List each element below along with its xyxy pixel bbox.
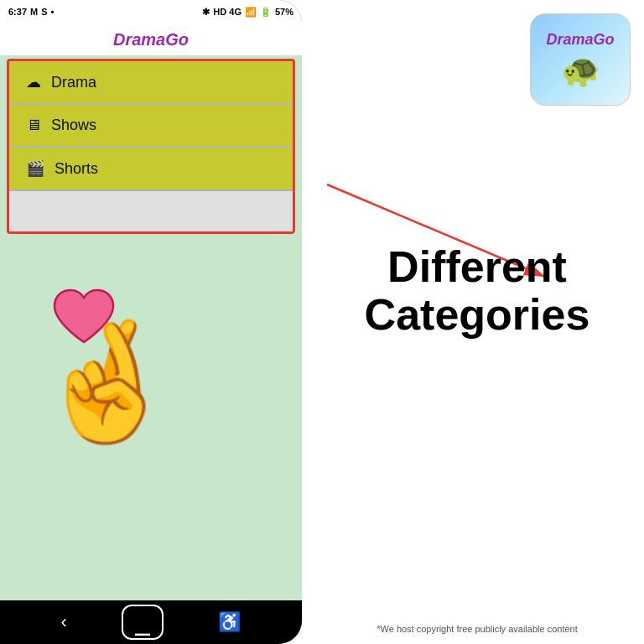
status-left: 6:37 M S • — [8, 7, 54, 17]
categories-label: Categories — [310, 291, 644, 339]
film-icon: 🎬 — [26, 159, 44, 178]
copyright-text: *We host copyright free publicly availab… — [310, 624, 644, 634]
status-bar: 6:37 M S • ✱ HD 4G 📶 🔋 57% — [0, 0, 302, 23]
shorts-label: Shorts — [55, 160, 98, 178]
shows-label: Shows — [51, 117, 96, 134]
hand-gesture: 🤞 — [34, 321, 180, 447]
dramago-logo-box: DramaGo 🐢 — [530, 13, 631, 106]
status-right: ✱ HD 4G 📶 🔋 57% — [202, 7, 293, 18]
gmail-icon: M — [30, 7, 38, 17]
menu-item-shorts[interactable]: 🎬 Shorts — [9, 148, 293, 191]
time-display: 6:37 — [8, 7, 27, 17]
phone-screen: 6:37 M S • ✱ HD 4G 📶 🔋 57% DramaGo ☁ Dra… — [0, 0, 302, 644]
nav-bar: ‹ ⎯ ♿ — [0, 600, 302, 644]
battery-icon: 🔋 — [260, 7, 272, 18]
battery-percent: 57% — [275, 7, 293, 17]
tv-icon: 🖥 — [26, 117, 41, 134]
menu-item-shows[interactable]: 🖥 Shows — [9, 105, 293, 148]
app-header: DramaGo — [0, 23, 302, 55]
menu-item-drama[interactable]: ☁ Drama — [9, 61, 293, 105]
logo-title: DramaGo — [546, 31, 614, 49]
bluetooth-icon: ✱ — [202, 7, 210, 18]
accessibility-button[interactable]: ♿ — [218, 611, 241, 633]
hand-emoji-icon: 🤞 — [34, 315, 180, 447]
signal-bars: 📶 — [245, 7, 257, 18]
dot-icon: • — [51, 7, 55, 17]
phone-mockup: 6:37 M S • ✱ HD 4G 📶 🔋 57% DramaGo ☁ Dra… — [0, 0, 302, 644]
categories-text-block: Different Categories — [310, 243, 644, 339]
dropdown-empty-space — [9, 191, 293, 231]
app-content: 🤞 — [0, 237, 302, 600]
cloud-icon: ☁ — [26, 73, 41, 91]
different-label: Different — [310, 243, 644, 291]
turtle-icon: 🐢 — [561, 52, 600, 89]
right-content: DramaGo 🐢 Different Categories *We host … — [310, 0, 644, 644]
back-button[interactable]: ‹ — [61, 611, 67, 633]
drama-label: Drama — [51, 74, 96, 91]
dropdown-menu: ☁ Drama 🖥 Shows 🎬 Shorts — [7, 59, 295, 234]
home-button[interactable]: ⎯ — [122, 605, 164, 640]
s-icon: S — [41, 7, 47, 17]
signal-text: HD 4G — [213, 7, 242, 17]
app-title-header: DramaGo — [113, 30, 189, 49]
